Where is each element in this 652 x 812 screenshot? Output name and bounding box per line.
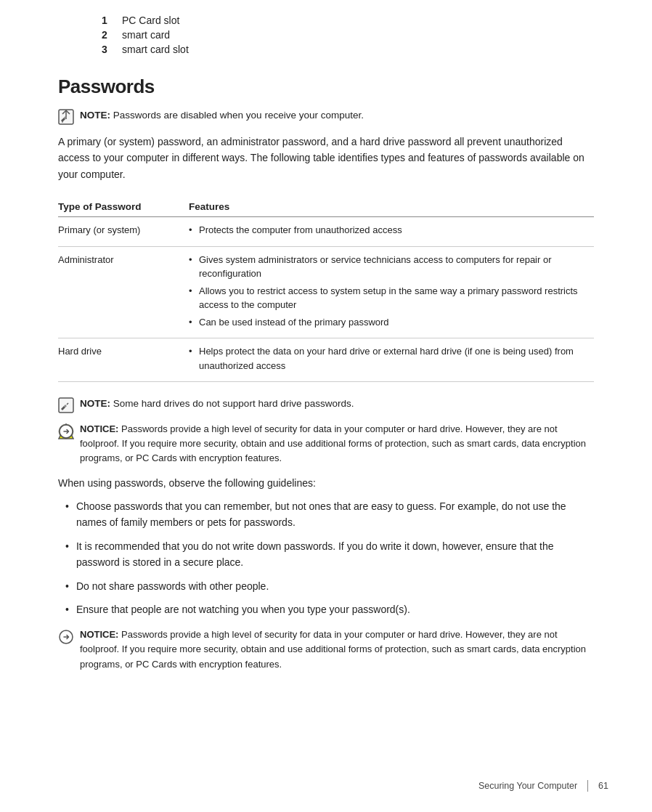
notice-label-2: NOTICE: bbox=[80, 629, 118, 640]
table-feature-item: Helps protect the data on your hard driv… bbox=[189, 344, 587, 373]
guideline-item: Choose passwords that you can remember, … bbox=[58, 498, 594, 531]
footer-section: Securing Your Computer bbox=[478, 781, 577, 791]
password-table: Type of Password Features Primary (or sy… bbox=[58, 197, 594, 382]
note-label-2: NOTE: bbox=[80, 398, 110, 409]
notice-text-1: NOTICE: Passwords provide a high level o… bbox=[80, 422, 594, 466]
table-cell-features: Helps protect the data on your hard driv… bbox=[174, 338, 594, 382]
guideline-item: Ensure that people are not watching you … bbox=[58, 601, 594, 617]
table-feature-item: Allows you to restrict access to system … bbox=[189, 284, 587, 312]
list-text-1: PC Card slot bbox=[122, 15, 179, 26]
guideline-item: Do not share passwords with other people… bbox=[58, 578, 594, 594]
footer-divider bbox=[587, 780, 588, 792]
notice-content-2: Passwords provide a high level of securi… bbox=[80, 629, 586, 669]
footer: Securing Your Computer 61 bbox=[478, 780, 608, 792]
list-item-3: 3 smart card slot bbox=[102, 44, 594, 55]
table-row: Hard driveHelps protect the data on your… bbox=[58, 338, 594, 382]
notice-icon-1 bbox=[58, 423, 74, 439]
table-row: Primary (or system)Protects the computer… bbox=[58, 217, 594, 247]
note-box-2: NOTE: Some hard drives do not support ha… bbox=[58, 397, 594, 413]
table-header-row: Type of Password Features bbox=[58, 197, 594, 217]
footer-page: 61 bbox=[598, 781, 608, 791]
col-features-header: Features bbox=[174, 197, 594, 217]
note-content-2: Some hard drives do not support hard dri… bbox=[113, 398, 354, 409]
table-feature-item: Gives system administrators or service t… bbox=[189, 253, 587, 281]
notice-content-1: Passwords provide a high level of securi… bbox=[80, 423, 586, 463]
table-row: AdministratorGives system administrators… bbox=[58, 246, 594, 338]
note-icon-2 bbox=[58, 397, 74, 413]
table-cell-type: Administrator bbox=[58, 246, 174, 338]
section-title: Passwords bbox=[58, 76, 594, 98]
note-body-1: Passwords are disabled when you receive … bbox=[113, 110, 364, 121]
list-text-2: smart card bbox=[122, 29, 170, 41]
notice-icon-2 bbox=[58, 629, 74, 645]
note-label-1: NOTE: bbox=[80, 110, 110, 121]
table-cell-features: Gives system administrators or service t… bbox=[174, 246, 594, 338]
note-text-1: NOTE: Passwords are disabled when you re… bbox=[80, 108, 364, 123]
note-text-2: NOTE: Some hard drives do not support ha… bbox=[80, 397, 354, 411]
notice-label-1: NOTICE: bbox=[80, 423, 118, 434]
list-text-3: smart card slot bbox=[122, 44, 189, 55]
table-feature-item: Protects the computer from unauthorized … bbox=[189, 223, 587, 237]
guidelines-intro: When using passwords, observe the follow… bbox=[58, 475, 594, 491]
list-num-3: 3 bbox=[102, 44, 116, 55]
table-cell-features: Protects the computer from unauthorized … bbox=[174, 217, 594, 247]
intro-paragraph: A primary (or system) password, an admin… bbox=[58, 134, 594, 182]
table-cell-type: Hard drive bbox=[58, 338, 174, 382]
list-item-1: 1 PC Card slot bbox=[102, 15, 594, 26]
notice-box-2: NOTICE: Passwords provide a high level o… bbox=[58, 628, 594, 671]
notice-text-2: NOTICE: Passwords provide a high level o… bbox=[80, 628, 594, 671]
list-item-2: 2 smart card bbox=[102, 29, 594, 41]
note-box-1: i NOTE: Passwords are disabled when you … bbox=[58, 108, 594, 125]
table-cell-type: Primary (or system) bbox=[58, 217, 174, 247]
note-icon-1: i bbox=[58, 109, 74, 125]
table-feature-item: Can be used instead of the primary passw… bbox=[189, 315, 587, 330]
col-type-header: Type of Password bbox=[58, 197, 174, 217]
notice-box-1: NOTICE: Passwords provide a high level o… bbox=[58, 422, 594, 466]
list-num-2: 2 bbox=[102, 29, 116, 41]
guidelines-list: Choose passwords that you can remember, … bbox=[58, 498, 594, 617]
numbered-list: 1 PC Card slot 2 smart card 3 smart card… bbox=[58, 15, 594, 55]
guideline-item: It is recommended that you do not write … bbox=[58, 538, 594, 571]
list-num-1: 1 bbox=[102, 15, 116, 26]
